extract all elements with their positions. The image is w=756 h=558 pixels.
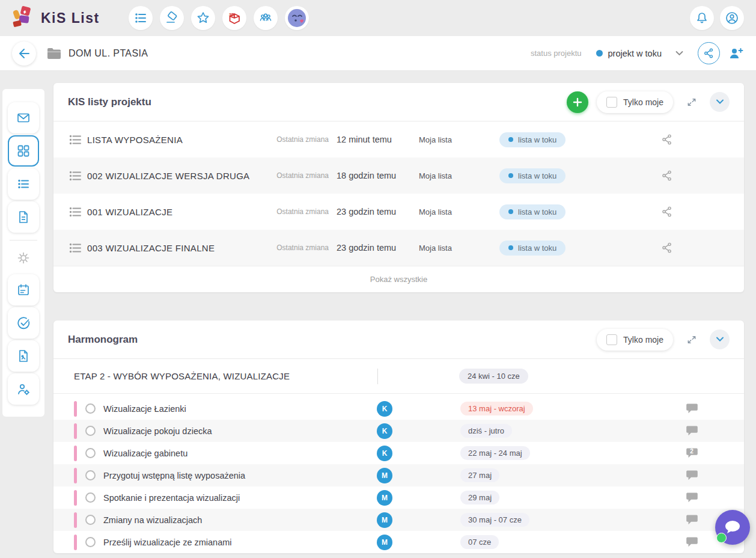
status-dot-icon: [508, 209, 513, 214]
status-dot-icon: [508, 137, 513, 142]
schedule-panel-header: Harmonogram Tylko moje: [53, 320, 744, 359]
task-row[interactable]: Prześlij wizualizacje ze zmianami M 07 c…: [53, 531, 744, 553]
schedule-only-mine-toggle[interactable]: Tylko moje: [597, 329, 673, 351]
list-row[interactable]: LISTA WYPOSAŻENIA Ostatnia zmiana 12 min…: [53, 121, 744, 158]
sidebar-item-settings[interactable]: [8, 245, 39, 271]
sidebar-item-schedule[interactable]: [8, 274, 39, 305]
last-change-value: 23 godzin temu: [329, 243, 419, 253]
account-button[interactable]: [720, 6, 744, 30]
task-dates-badge: 22 maj - 24 maj: [460, 446, 530, 460]
task-checkbox[interactable]: [85, 403, 96, 414]
task-color-bar: [74, 468, 77, 483]
nav-user-avatar[interactable]: [285, 6, 309, 30]
only-mine-label: Tylko moje: [623, 97, 663, 107]
sidebar-item-lists[interactable]: [8, 168, 39, 200]
share-list-button[interactable]: [661, 170, 673, 182]
task-dates-badge: 30 maj - 07 cze: [460, 513, 529, 527]
task-comments-button[interactable]: 2: [686, 447, 698, 459]
task-name: Prześlij wizualizacje ze zmianami: [103, 538, 377, 547]
task-checkbox[interactable]: [85, 537, 96, 547]
task-comments-button[interactable]: [686, 514, 698, 526]
task-comments-button[interactable]: [686, 425, 698, 437]
nav-3d-button[interactable]: 3D: [222, 6, 246, 30]
list-owner: Moja lista: [419, 135, 491, 144]
sidebar-item-documents[interactable]: [8, 201, 39, 233]
list-row[interactable]: 003 WIZUALIZACJE FINALNE Ostatnia zmiana…: [53, 230, 744, 266]
assignee-avatar[interactable]: K: [377, 401, 392, 417]
assignee-avatar[interactable]: K: [377, 423, 392, 439]
task-comments-button[interactable]: [686, 492, 698, 503]
assignee-avatar[interactable]: K: [377, 446, 392, 461]
sidebar-item-team-settings[interactable]: [8, 373, 39, 405]
list-status-badge: lista w toku: [499, 132, 565, 147]
task-row[interactable]: Wizualizacje pokoju dziecka K dziś - jut…: [53, 420, 744, 442]
back-button[interactable]: [12, 41, 36, 66]
nav-lists-button[interactable]: [129, 6, 153, 30]
person-plus-icon: [728, 46, 744, 61]
logo-text: KiS List: [41, 10, 100, 26]
nav-favorites-button[interactable]: [191, 6, 215, 30]
task-checkbox[interactable]: [85, 492, 96, 503]
lists-collapse-button[interactable]: [710, 92, 730, 112]
task-dates-badge: 13 maj - wczoraj: [460, 402, 533, 415]
task-comments-button[interactable]: [686, 403, 698, 414]
checkbox-icon[interactable]: [606, 334, 617, 345]
task-checkbox[interactable]: [85, 448, 96, 458]
chevron-down-icon: [716, 337, 724, 342]
lists-only-mine-toggle[interactable]: Tylko moje: [597, 91, 673, 113]
task-checkbox[interactable]: [85, 426, 96, 436]
chat-online-dot: [716, 533, 727, 543]
sidebar-item-messages[interactable]: [8, 102, 39, 133]
nav-moodboard-button[interactable]: [160, 6, 184, 30]
sidebar-item-tasks[interactable]: [8, 307, 39, 339]
chevron-down-icon: [716, 99, 724, 105]
add-list-button[interactable]: [567, 91, 588, 113]
task-row[interactable]: Spotkanie i prezentacja wizualizacji M 2…: [53, 486, 744, 509]
task-comments-button[interactable]: [686, 470, 698, 481]
task-row[interactable]: Przygotuj wstępną listę wyposażenia M 27…: [53, 464, 744, 486]
lists-expand-button[interactable]: [681, 92, 701, 112]
content-area: KIS listy projektu Tylko moje: [0, 83, 756, 558]
assignee-avatar[interactable]: M: [377, 512, 392, 528]
emoji-avatar-icon: [287, 8, 307, 28]
assignee-avatar[interactable]: M: [377, 490, 392, 506]
project-sidebar: [2, 89, 44, 417]
stage-header[interactable]: ETAP 2 - WYBÓR WYPOSAŻENIA, WIZUALIZACJE…: [53, 359, 744, 394]
sidebar-item-dashboard[interactable]: [8, 135, 39, 167]
task-name: Spotkanie i prezentacja wizualizacji: [103, 493, 377, 503]
share-list-button[interactable]: [661, 133, 673, 146]
share-project-button[interactable]: [698, 42, 720, 64]
task-checkbox[interactable]: [85, 515, 96, 525]
task-row[interactable]: Wizualizacje Łazienki K 13 maj - wczoraj: [53, 397, 744, 420]
notifications-button[interactable]: [690, 6, 714, 30]
assignee-avatar[interactable]: M: [377, 468, 392, 483]
last-change-label: Ostatnia zmiana: [275, 171, 329, 180]
list-name: 003 WIZUALIZACJE FINALNE: [87, 243, 275, 253]
project-status-dropdown[interactable]: projekt w toku: [590, 45, 689, 62]
share-list-button[interactable]: [661, 242, 673, 254]
schedule-expand-button[interactable]: [681, 330, 701, 349]
task-row[interactable]: Zmiany na wizualizacjach M 30 maj - 07 c…: [53, 509, 744, 531]
task-row[interactable]: Wizualizacje gabinetu K 22 maj - 24 maj …: [53, 442, 744, 464]
task-color-bar: [74, 490, 77, 506]
gear-icon: [16, 251, 31, 265]
add-member-button[interactable]: [728, 46, 744, 61]
list-status-badge: lista w toku: [499, 241, 565, 256]
task-comments-button[interactable]: [686, 536, 698, 548]
list-row[interactable]: 002 WIZUALIZACJE WERSJA DRUGA Ostatnia z…: [53, 158, 744, 194]
sidebar-item-files[interactable]: [8, 340, 39, 372]
show-all-link[interactable]: Pokaż wszystkie: [370, 275, 427, 284]
list-item-icon: [69, 242, 87, 254]
schedule-collapse-button[interactable]: [710, 330, 730, 349]
status-dot-icon: [596, 50, 603, 57]
assignee-avatar[interactable]: M: [377, 535, 392, 550]
list-row[interactable]: 001 WIZUALIZACJE Ostatnia zmiana 23 godz…: [53, 194, 744, 230]
status-label: status projektu: [531, 49, 582, 58]
share-list-button[interactable]: [661, 206, 673, 218]
app-logo[interactable]: ♦ KiS List: [12, 6, 100, 30]
nav-team-button[interactable]: [254, 6, 278, 30]
top-bar: ♦ KiS List: [0, 0, 756, 36]
person-gear-icon: [17, 382, 31, 396]
checkbox-icon[interactable]: [606, 97, 617, 108]
task-checkbox[interactable]: [85, 470, 96, 480]
